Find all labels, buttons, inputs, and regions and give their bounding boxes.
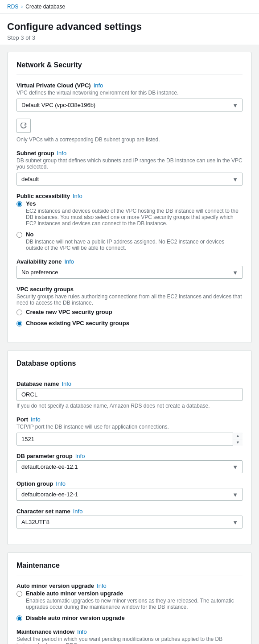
charset-select-wrapper: AL32UTF8 ▼ — [16, 516, 243, 528]
subnet-select[interactable]: default — [16, 173, 243, 186]
charset-select[interactable]: AL32UTF8 — [16, 516, 243, 528]
public-access-info-link[interactable]: Info — [73, 193, 82, 199]
auto-upgrade-disable-label: Disable auto minor version upgrade — [26, 615, 125, 621]
db-name-input[interactable] — [16, 388, 243, 401]
vpc-field-group: Virtual Private Cloud (VPC) Info VPC def… — [16, 82, 243, 111]
main-content: Network & Security Virtual Private Cloud… — [0, 45, 259, 644]
option-group-select-wrapper: default:oracle-ee-12-1 ▼ — [16, 488, 243, 501]
auto-upgrade-radio-group: Enable auto minor version upgrade Enable… — [16, 590, 243, 621]
vpc-security-existing-item: Choose existing VPC security groups — [16, 320, 243, 326]
port-input-wrapper: ▲ ▼ — [16, 433, 243, 446]
network-security-card: Network & Security Virtual Private Cloud… — [7, 52, 252, 343]
az-select-wrapper: No preference ▼ — [16, 266, 243, 279]
az-info-link[interactable]: Info — [64, 258, 74, 265]
charset-info-link[interactable]: Info — [73, 508, 83, 515]
public-access-no-item: No DB instance will not have a public IP… — [16, 231, 243, 251]
network-security-title: Network & Security — [16, 61, 243, 75]
database-options-title: Database options — [16, 359, 243, 373]
subnet-field-group: Subnet group Info DB subnet group that d… — [16, 150, 243, 186]
db-name-note: If you do not specify a database name, A… — [16, 403, 243, 409]
az-field-group: Availability zone Info No preference ▼ — [16, 258, 243, 279]
option-group-field-group: Option group Info default:oracle-ee-12-1… — [16, 480, 243, 501]
breadcrumb-sep: › — [21, 4, 23, 10]
auto-upgrade-disable-radio[interactable] — [16, 615, 22, 621]
breadcrumb: RDS › Create database — [0, 0, 259, 14]
db-param-group-info-link[interactable]: Info — [75, 453, 85, 459]
public-access-yes-content: Yes EC2 instances and devices outside of… — [26, 200, 243, 227]
auto-upgrade-disable-item: Disable auto minor version upgrade — [16, 615, 243, 621]
maintenance-window-field-group: Maintenance window Info Select the perio… — [16, 628, 243, 644]
subnet-label: Subnet group Info — [16, 150, 243, 157]
page-title: Configure advanced settings — [7, 21, 252, 33]
auto-upgrade-enable-desc: Enables automatic upgrades to new minor … — [26, 598, 243, 610]
vpc-select-wrapper: Default VPC (vpc-038e196b) ▼ — [16, 99, 243, 111]
public-access-yes-label: Yes — [26, 200, 243, 207]
vpc-note: Only VPCs with a corresponding DB subnet… — [16, 136, 243, 143]
charset-label: Character set name Info — [16, 508, 243, 515]
maintenance-title: Maintenance — [16, 561, 243, 575]
option-group-label: Option group Info — [16, 480, 243, 487]
db-name-label: Database name Info — [16, 380, 243, 387]
subnet-desc: DB subnet group that defines which subne… — [16, 157, 243, 170]
maintenance-card: Maintenance Auto minor version upgrade I… — [7, 552, 252, 644]
auto-upgrade-info-link[interactable]: Info — [97, 582, 107, 589]
breadcrumb-rds-link[interactable]: RDS — [7, 4, 18, 10]
port-field-group: Port Info TCP/IP port the DB instance wi… — [16, 416, 243, 446]
db-name-field-group: Database name Info If you do not specify… — [16, 380, 243, 409]
db-param-group-label: DB parameter group Info — [16, 453, 243, 459]
vpc-security-create-radio[interactable] — [16, 310, 22, 315]
breadcrumb-current: Create database — [25, 4, 65, 10]
auto-upgrade-label: Auto minor version upgrade Info — [16, 582, 243, 589]
vpc-info-link[interactable]: Info — [94, 82, 103, 89]
port-desc: TCP/IP port the DB instance will use for… — [16, 424, 243, 430]
vpc-security-label: VPC security groups — [16, 286, 243, 293]
vpc-security-existing-label: Choose existing VPC security groups — [26, 320, 129, 326]
db-param-group-select[interactable]: default.oracle-ee-12.1 — [16, 460, 243, 473]
maintenance-window-desc: Select the period in which you want pend… — [16, 636, 243, 644]
port-spinners: ▲ ▼ — [233, 433, 243, 446]
db-param-group-field-group: DB parameter group Info default.oracle-e… — [16, 453, 243, 473]
option-group-info-link[interactable]: Info — [56, 480, 66, 487]
public-access-radio-group: Yes EC2 instances and devices outside of… — [16, 200, 243, 251]
vpc-desc: VPC defines the virtual networking envir… — [16, 90, 243, 96]
public-access-yes-desc: EC2 instances and devices outside of the… — [26, 208, 243, 227]
auto-upgrade-field-group: Auto minor version upgrade Info Enable a… — [16, 582, 243, 621]
public-access-no-desc: DB instance will not have a public IP ad… — [26, 239, 243, 251]
az-label: Availability zone Info — [16, 258, 243, 265]
port-input[interactable] — [16, 433, 243, 446]
maintenance-window-label: Maintenance window Info — [16, 628, 243, 635]
port-increment-button[interactable]: ▲ — [233, 433, 243, 439]
vpc-label: Virtual Private Cloud (VPC) Info — [16, 82, 243, 89]
auto-upgrade-enable-item: Enable auto minor version upgrade Enable… — [16, 590, 243, 610]
public-access-no-content: No DB instance will not have a public IP… — [26, 231, 243, 251]
db-name-info-link[interactable]: Info — [62, 380, 71, 387]
option-group-select[interactable]: default:oracle-ee-12-1 — [16, 488, 243, 501]
vpc-security-radio-group: Create new VPC security group Choose exi… — [16, 309, 243, 326]
vpc-refresh-group: Only VPCs with a corresponding DB subnet… — [16, 119, 243, 143]
subnet-info-link[interactable]: Info — [57, 150, 67, 157]
public-access-no-radio[interactable] — [16, 232, 22, 238]
public-access-field-group: Public accessibility Info Yes EC2 instan… — [16, 193, 243, 251]
subnet-select-wrapper: default ▼ — [16, 173, 243, 186]
port-info-link[interactable]: Info — [31, 416, 41, 423]
vpc-security-field-group: VPC security groups Security groups have… — [16, 286, 243, 326]
public-access-yes-radio[interactable] — [16, 201, 22, 207]
public-access-yes-item: Yes EC2 instances and devices outside of… — [16, 200, 243, 227]
page-header: Configure advanced settings Step 3 of 3 — [0, 14, 259, 45]
vpc-select[interactable]: Default VPC (vpc-038e196b) — [16, 99, 243, 111]
vpc-security-create-item: Create new VPC security group — [16, 309, 243, 315]
vpc-security-desc: Security groups have rules authorizing c… — [16, 293, 243, 306]
db-param-group-select-wrapper: default.oracle-ee-12.1 ▼ — [16, 460, 243, 473]
charset-field-group: Character set name Info AL32UTF8 ▼ — [16, 508, 243, 528]
database-options-card: Database options Database name Info If y… — [7, 350, 252, 545]
public-access-label: Public accessibility Info — [16, 193, 243, 199]
vpc-security-create-label: Create new VPC security group — [26, 309, 112, 315]
step-label: Step 3 of 3 — [7, 34, 252, 41]
az-select[interactable]: No preference — [16, 266, 243, 279]
maintenance-window-info-link[interactable]: Info — [77, 628, 87, 635]
auto-upgrade-enable-radio[interactable] — [16, 591, 22, 597]
port-label: Port Info — [16, 416, 243, 423]
vpc-security-existing-radio[interactable] — [16, 321, 22, 326]
refresh-button[interactable] — [16, 119, 31, 133]
port-decrement-button[interactable]: ▼ — [233, 439, 243, 446]
